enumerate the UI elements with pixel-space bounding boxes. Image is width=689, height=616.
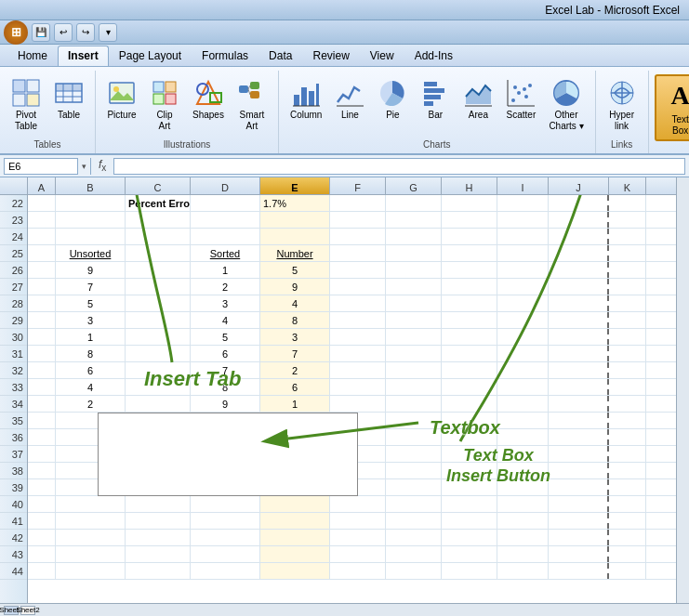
cell-k25[interactable] — [609, 245, 646, 261]
cell-j39[interactable] — [549, 479, 609, 495]
cell-j33[interactable] — [549, 379, 609, 395]
cell-a22[interactable] — [28, 195, 56, 211]
cell-k32[interactable] — [609, 362, 646, 378]
horizontal-scrollbar[interactable]: Sheet1 Sheet2 — [0, 603, 689, 616]
cell-a40[interactable] — [28, 496, 56, 512]
cell-j30[interactable] — [549, 329, 609, 345]
cell-g41[interactable] — [386, 513, 442, 529]
cell-d27[interactable]: 2 — [191, 279, 260, 295]
cell-k31[interactable] — [609, 346, 646, 361]
cell-h37[interactable] — [442, 446, 497, 462]
cell-c24[interactable] — [126, 229, 191, 244]
cell-g26[interactable] — [386, 262, 442, 278]
shapes-button[interactable]: Shapes — [187, 74, 230, 125]
cell-i34[interactable] — [497, 396, 549, 412]
name-box[interactable]: E6 — [4, 158, 78, 175]
tab-formulas[interactable]: Formulas — [192, 46, 258, 66]
cell-h31[interactable] — [442, 346, 497, 361]
cell-j37[interactable] — [549, 446, 609, 462]
cell-d32[interactable]: 7 — [191, 362, 260, 378]
cell-i35[interactable] — [497, 413, 549, 428]
cell-i41[interactable] — [497, 513, 549, 529]
cell-f34[interactable] — [330, 396, 386, 412]
cell-h28[interactable] — [442, 295, 497, 311]
cell-f33[interactable] — [330, 379, 386, 395]
cell-i24[interactable] — [497, 229, 549, 244]
cell-a32[interactable] — [28, 362, 56, 378]
cell-c22[interactable]: Percent Error: — [126, 195, 191, 211]
tab-data[interactable]: Data — [258, 46, 302, 66]
cell-h34[interactable] — [442, 396, 497, 412]
cell-e34[interactable]: 1 — [260, 396, 330, 412]
cell-a26[interactable] — [28, 262, 56, 278]
cell-g42[interactable] — [386, 530, 442, 545]
col-header-k[interactable]: K — [609, 177, 646, 194]
cell-g34[interactable] — [386, 396, 442, 412]
cell-i25[interactable] — [497, 245, 549, 261]
cell-h25[interactable] — [442, 245, 497, 261]
cell-j26[interactable] — [549, 262, 609, 278]
cell-d29[interactable]: 4 — [191, 312, 260, 328]
cell-d22[interactable] — [191, 195, 260, 211]
hyperlink-button[interactable]: Hyperlink — [602, 74, 643, 136]
name-box-dropdown[interactable]: ▾ — [82, 162, 86, 171]
cell-k42[interactable] — [609, 530, 646, 545]
cell-j43[interactable] — [549, 546, 609, 562]
cell-e42[interactable] — [260, 530, 330, 545]
cell-e26[interactable]: 5 — [260, 262, 330, 278]
cell-i33[interactable] — [497, 379, 549, 395]
cell-b43[interactable] — [56, 546, 126, 562]
cell-h22[interactable] — [442, 195, 497, 211]
cell-b27[interactable]: 7 — [56, 279, 126, 295]
cell-b41[interactable] — [56, 513, 126, 529]
cell-g33[interactable] — [386, 379, 442, 395]
tab-page-layout[interactable]: Page Layout — [109, 46, 192, 66]
cell-c41[interactable] — [126, 513, 191, 529]
cell-h40[interactable] — [442, 496, 497, 512]
cell-b29[interactable]: 3 — [56, 312, 126, 328]
cell-i32[interactable] — [497, 362, 549, 378]
cell-j38[interactable] — [549, 463, 609, 478]
cell-f23[interactable] — [330, 212, 386, 228]
cell-c44[interactable] — [126, 563, 191, 579]
cell-a31[interactable] — [28, 346, 56, 361]
cell-e24[interactable] — [260, 229, 330, 244]
col-header-g[interactable]: G — [386, 177, 442, 194]
cell-h42[interactable] — [442, 530, 497, 545]
cell-a44[interactable] — [28, 563, 56, 579]
cell-k41[interactable] — [609, 513, 646, 529]
cell-d26[interactable]: 1 — [191, 262, 260, 278]
cell-k39[interactable] — [609, 479, 646, 495]
cell-f27[interactable] — [330, 279, 386, 295]
cell-a35[interactable] — [28, 413, 56, 428]
cell-c34[interactable] — [126, 396, 191, 412]
cell-f43[interactable] — [330, 546, 386, 562]
cell-b30[interactable]: 1 — [56, 329, 126, 345]
cell-g30[interactable] — [386, 329, 442, 345]
cell-h44[interactable] — [442, 563, 497, 579]
cell-b33[interactable]: 4 — [56, 379, 126, 395]
cell-g44[interactable] — [386, 563, 442, 579]
column-chart-button[interactable]: Column — [285, 74, 327, 125]
cell-c23[interactable] — [126, 212, 191, 228]
cell-a27[interactable] — [28, 279, 56, 295]
undo-qa-button[interactable]: ↩ — [54, 23, 73, 42]
cell-j34[interactable] — [549, 396, 609, 412]
col-header-e[interactable]: E — [260, 177, 330, 194]
cell-a30[interactable] — [28, 329, 56, 345]
cell-h30[interactable] — [442, 329, 497, 345]
cell-i30[interactable] — [497, 329, 549, 345]
col-header-d[interactable]: D — [191, 177, 260, 194]
cell-h23[interactable] — [442, 212, 497, 228]
cell-k30[interactable] — [609, 329, 646, 345]
vertical-scrollbar[interactable] — [676, 177, 689, 603]
cell-d30[interactable]: 5 — [191, 329, 260, 345]
cell-a25[interactable] — [28, 245, 56, 261]
cell-i28[interactable] — [497, 295, 549, 311]
cell-h41[interactable] — [442, 513, 497, 529]
cell-g25[interactable] — [386, 245, 442, 261]
cell-g27[interactable] — [386, 279, 442, 295]
cell-k33[interactable] — [609, 379, 646, 395]
cell-f24[interactable] — [330, 229, 386, 244]
cell-j23[interactable] — [549, 212, 609, 228]
